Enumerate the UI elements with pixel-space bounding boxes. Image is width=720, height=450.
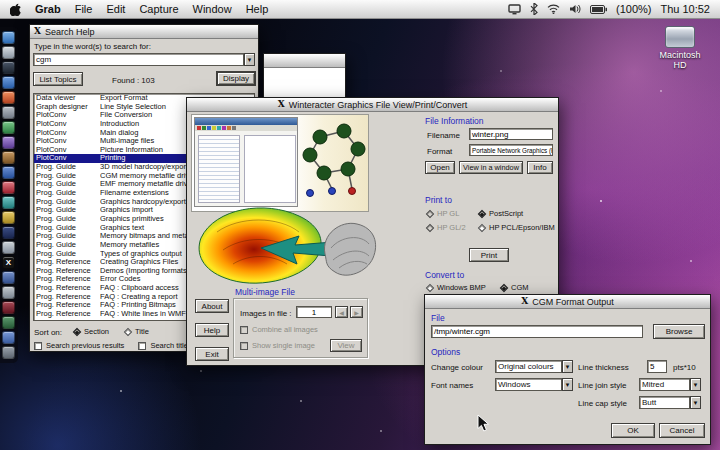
display-menu-icon[interactable] [508,4,521,15]
prev-image-button[interactable]: ◀ [335,306,348,318]
window-title: Winteracter Graphics File View/Print/Con… [289,100,467,110]
menu-item[interactable]: Capture [139,3,178,15]
cancel-button[interactable]: Cancel [659,423,705,438]
menubar-clock[interactable]: Thu 10:52 [660,3,710,15]
battery-percent[interactable]: (100%) [616,3,651,15]
viewer-titlebar[interactable]: X Winteracter Graphics File View/Print/C… [187,98,558,112]
cgm-titlebar[interactable]: X CGM Format Output [425,295,710,309]
ok-button[interactable]: OK [611,423,655,438]
radio-icon [500,283,508,291]
browse-button[interactable]: Browse [653,324,705,339]
apple-menu-icon[interactable] [10,3,21,16]
dock-icon[interactable] [2,136,15,149]
chevron-down-icon: ▼ [690,378,701,391]
line-join-label: Line join style [578,381,626,390]
radio-icon [426,209,434,217]
open-button[interactable]: Open [425,161,455,174]
dock-icon[interactable] [2,196,15,209]
dock-icon[interactable] [2,76,15,89]
output-path-input[interactable]: /tmp/winter.cgm [431,325,643,338]
images-in-file-label: Images in file : [240,309,292,318]
dock-icon[interactable] [2,316,15,329]
x-window-icon: X [521,297,528,306]
active-app-menu[interactable]: Grab [35,3,61,15]
menubar-menus: FileEditCaptureWindowHelp [75,3,269,15]
dock-icon[interactable] [2,31,15,44]
dock-icon[interactable] [2,61,15,74]
search-input[interactable]: cgm [33,53,244,66]
background-window-titlebar[interactable] [264,54,345,68]
dock-icon[interactable] [2,106,15,119]
radio-icon [478,223,486,231]
dock: X [0,27,18,363]
change-colour-label: Change colour [431,363,483,372]
macintosh-hd-icon[interactable]: Macintosh HD [652,26,708,70]
dock-icon[interactable] [2,121,15,134]
background-window[interactable] [263,53,346,100]
bluetooth-menu-icon[interactable] [530,3,538,15]
format-value[interactable]: Portable Network Graphics (PNG) [469,144,553,156]
battery-menu-icon[interactable] [590,5,607,14]
dock-icon[interactable] [2,181,15,194]
display-button[interactable]: Display [216,71,256,86]
menu-item[interactable]: Window [193,3,232,15]
dock-icon[interactable] [2,211,15,224]
dock-icon[interactable] [2,271,15,284]
dock-icon[interactable] [2,241,15,254]
about-button[interactable]: About [195,299,229,313]
convert-options: Windows BMPCGM [427,283,555,292]
font-names-label: Font names [431,381,473,390]
search-prompt: Type in the word(s) to search for: [34,42,151,51]
sort-on-label: Sort on: [34,328,62,337]
help-button[interactable]: Help [195,323,229,337]
dock-icon[interactable] [2,151,15,164]
menu-item[interactable]: File [75,3,93,15]
dock-icon[interactable] [2,301,15,314]
dock-icon[interactable] [2,286,15,299]
images-in-file-value[interactable]: 1 [296,306,332,318]
search-help-titlebar[interactable]: X Search Help [30,25,258,39]
dock-icon[interactable] [2,346,15,359]
next-image-button[interactable]: ▶ [350,306,363,318]
view-in-window-button[interactable]: View in a window [459,161,523,174]
filename-value[interactable]: winter.png [469,128,553,140]
convert-option-radio[interactable]: CGM [501,283,555,292]
info-button[interactable]: Info [527,161,553,174]
filter-checkbox[interactable]: Search previous results [34,341,124,350]
checkbox-icon [138,342,146,350]
cgm-output-window: X CGM Format Output File /tmp/winter.cgm… [424,294,711,445]
sort-radio[interactable]: Section [74,327,109,336]
list-topics-button[interactable]: List Topics [33,72,83,86]
radio-icon [73,327,81,335]
dock-icon[interactable] [2,91,15,104]
print-option-radio[interactable]: PostScript [479,209,555,218]
print-option-radio[interactable]: HP GL [427,209,479,218]
dock-icon[interactable] [2,226,15,239]
dock-icon[interactable] [2,46,15,59]
font-names-select[interactable]: Windows▼ [495,378,573,391]
menu-item[interactable]: Help [246,3,269,15]
print-option-radio[interactable]: HP PCL/Epson/IBM [479,223,555,232]
sort-radio[interactable]: Title [125,327,149,336]
radio-icon [426,223,434,231]
chevron-down-icon: ▼ [562,378,573,391]
print-button[interactable]: Print [469,248,509,262]
line-thickness-input[interactable]: 5 [647,360,667,373]
window-title: CGM Format Output [532,297,614,307]
filename-label: Filename [427,131,460,140]
dock-icon[interactable] [2,166,15,179]
volume-menu-icon[interactable] [569,4,581,14]
menu-item[interactable]: Edit [106,3,125,15]
dock-icon[interactable] [2,331,15,344]
exit-button[interactable]: Exit [195,347,229,361]
radio-icon [124,327,132,335]
chevron-down-icon: ▼ [690,396,701,409]
chevron-down-icon[interactable]: ▼ [244,53,255,66]
wifi-menu-icon[interactable] [547,4,560,14]
line-join-select[interactable]: Mitred▼ [639,378,701,391]
print-option-radio[interactable]: HP GL/2 [427,223,479,232]
convert-option-radio[interactable]: Windows BMP [427,283,501,292]
dock-icon[interactable]: X [2,256,15,269]
line-cap-select[interactable]: Butt▼ [639,396,701,409]
change-colour-select[interactable]: Original colours▼ [495,360,573,373]
